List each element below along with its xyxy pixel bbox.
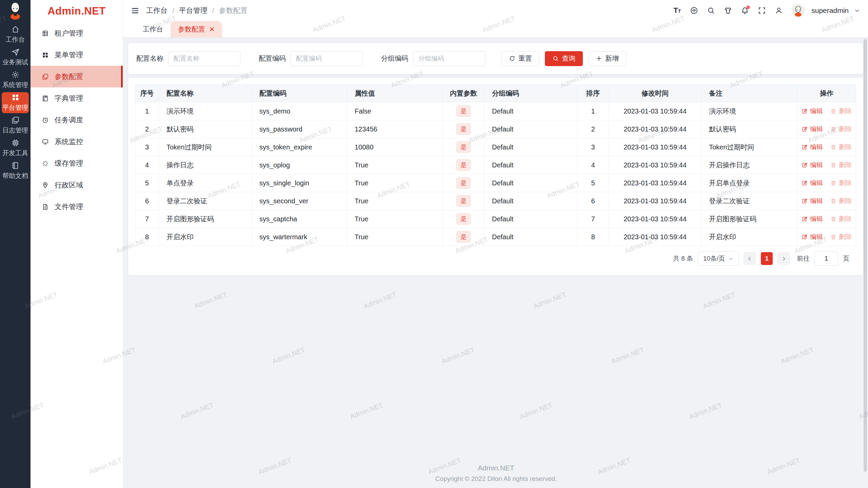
- sidebar-item-6[interactable]: 系统监控: [31, 131, 123, 152]
- logo-text: Admin.NET: [31, 0, 123, 22]
- username[interactable]: superadmin: [811, 6, 849, 15]
- cell-seq: 2: [135, 120, 159, 138]
- collapse-menu-icon[interactable]: [129, 5, 141, 16]
- scrollbar-thumb[interactable]: [864, 39, 867, 472]
- builtin-tag: 是: [456, 159, 471, 171]
- alarm-clock-icon: [42, 117, 49, 124]
- pagination-total: 共 8 条: [673, 254, 693, 263]
- search-field-2: 配置编码: [259, 51, 363, 66]
- row-actions: 编辑删除: [797, 174, 856, 192]
- cell-code: sys_token_expire: [252, 138, 347, 156]
- cell-seq: 3: [135, 138, 159, 156]
- row-actions: 编辑删除: [797, 138, 856, 156]
- edit-button[interactable]: 编辑: [802, 215, 823, 223]
- cell-actions: 编辑删除: [797, 120, 856, 138]
- prev-page-button[interactable]: [744, 252, 756, 265]
- cell-builtin: 是: [443, 228, 485, 246]
- cell-time: 2023-01-03 10:59:44: [609, 138, 702, 156]
- font-size-icon[interactable]: TT: [670, 4, 684, 17]
- tab-label: 参数配置: [178, 25, 205, 34]
- primary-nav-item-3[interactable]: 系统管理: [2, 69, 29, 90]
- tab-2[interactable]: 参数配置✕: [171, 21, 222, 37]
- edit-button[interactable]: 编辑: [802, 161, 823, 169]
- user-avatar[interactable]: [792, 4, 805, 17]
- next-page-button[interactable]: [777, 252, 790, 265]
- chevron-down-icon[interactable]: [854, 7, 860, 14]
- breadcrumb-item[interactable]: 工作台: [146, 6, 167, 15]
- primary-nav-item-2[interactable]: 业务测试: [2, 47, 29, 68]
- edit-label: 编辑: [810, 143, 823, 151]
- page-size-select[interactable]: 10条/页: [698, 251, 739, 266]
- edit-label: 编辑: [810, 161, 823, 169]
- sidebar-menu: 租户管理菜单管理参数配置字典管理任务调度系统监控缓存管理行政区域文件管理: [31, 22, 123, 218]
- breadcrumb-item[interactable]: 平台管理: [179, 6, 208, 15]
- tab-1[interactable]: 工作台: [135, 21, 171, 37]
- row-actions: 编辑删除: [797, 228, 856, 246]
- sidebar-item-2[interactable]: 菜单管理: [31, 44, 123, 66]
- cell-builtin: 是: [443, 156, 485, 174]
- cell-group: Default: [485, 120, 577, 138]
- delete-button[interactable]: 删除: [830, 161, 852, 169]
- sidebar-item-7[interactable]: 缓存管理: [31, 152, 123, 174]
- delete-button[interactable]: 删除: [830, 125, 852, 134]
- tab-label: 工作台: [143, 25, 163, 34]
- primary-nav-item-1[interactable]: 工作台: [2, 24, 29, 45]
- primary-nav-item-7[interactable]: 帮助文档: [2, 160, 29, 181]
- edit-button[interactable]: 编辑: [802, 125, 823, 134]
- primary-nav-item-5[interactable]: 日志管理: [2, 115, 29, 136]
- bell-icon[interactable]: [738, 4, 752, 17]
- query-button[interactable]: 查询: [545, 51, 583, 66]
- language-icon[interactable]: 中: [687, 4, 701, 17]
- delete-button[interactable]: 删除: [830, 107, 852, 116]
- row-actions: 编辑删除: [797, 102, 856, 120]
- sidebar-item-9[interactable]: 文件管理: [31, 196, 123, 218]
- sidebar-item-3[interactable]: 参数配置: [31, 66, 123, 87]
- cell-name: 开启水印: [159, 228, 252, 246]
- user-icon[interactable]: [772, 4, 786, 17]
- row-actions: 编辑删除: [797, 120, 856, 138]
- delete-button[interactable]: 删除: [830, 215, 852, 223]
- primary-nav-item-6[interactable]: 开发工具: [2, 138, 29, 159]
- sidebar-item-4[interactable]: 字典管理: [31, 87, 123, 109]
- primary-nav-item-4[interactable]: 平台管理: [2, 92, 29, 113]
- search-field-input-3[interactable]: [413, 51, 485, 66]
- current-page[interactable]: 1: [761, 252, 773, 265]
- cell-seq: 4: [135, 156, 159, 174]
- primary-nav-label: 帮助文档: [2, 171, 28, 180]
- cell-builtin: 是: [443, 102, 485, 120]
- cell-sort: 3: [577, 138, 609, 156]
- theme-shirt-icon[interactable]: [721, 4, 735, 17]
- cell-builtin: 是: [443, 120, 485, 138]
- edit-label: 编辑: [810, 197, 823, 205]
- edit-button[interactable]: 编辑: [802, 197, 823, 205]
- edit-button[interactable]: 编辑: [802, 143, 823, 151]
- primary-nav-label: 工作台: [6, 35, 25, 44]
- delete-button[interactable]: 删除: [830, 232, 852, 241]
- cell-name: 单点登录: [159, 174, 252, 192]
- close-tab-icon[interactable]: ✕: [209, 26, 215, 33]
- goto-page-input[interactable]: [814, 251, 838, 266]
- edit-button[interactable]: 编辑: [802, 232, 823, 241]
- reset-button[interactable]: 重置: [501, 51, 539, 66]
- search-icon[interactable]: [704, 4, 718, 17]
- add-button[interactable]: 新增: [588, 51, 626, 66]
- edit-button[interactable]: 编辑: [802, 107, 823, 116]
- copy-document-icon: [11, 116, 20, 124]
- table-header-row: 序号配置名称配置编码属性值内置参数分组编码排序修改时间备注操作: [135, 85, 856, 102]
- fullscreen-icon[interactable]: [755, 4, 769, 17]
- cell-group: Default: [485, 102, 577, 120]
- edit-button[interactable]: 编辑: [802, 179, 823, 187]
- delete-button[interactable]: 删除: [830, 143, 852, 151]
- delete-label: 删除: [839, 232, 852, 241]
- delete-label: 删除: [839, 179, 852, 187]
- delete-button[interactable]: 删除: [830, 179, 852, 187]
- cell-remark: 开启操作日志: [702, 156, 797, 174]
- sidebar-item-5[interactable]: 任务调度: [31, 109, 123, 131]
- search-field-input-1[interactable]: [168, 51, 240, 66]
- sidebar-item-8[interactable]: 行政区域: [31, 174, 123, 196]
- delete-label: 删除: [839, 215, 852, 223]
- cell-time: 2023-01-03 10:59:44: [609, 120, 702, 138]
- sidebar-item-1[interactable]: 租户管理: [31, 22, 123, 44]
- search-field-input-2[interactable]: [291, 51, 363, 66]
- delete-button[interactable]: 删除: [830, 197, 852, 205]
